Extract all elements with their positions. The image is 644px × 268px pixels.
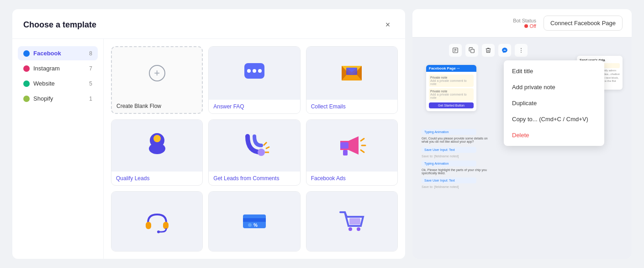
template-label-answer-faq: Answer FAQ xyxy=(209,100,300,113)
connect-facebook-button[interactable]: Connect Facebook Page xyxy=(544,16,623,31)
svg-point-30 xyxy=(248,223,252,227)
svg-rect-29 xyxy=(243,218,266,222)
discount-icon: % xyxy=(238,205,270,237)
sidebar-item-website[interactable]: Website 5 xyxy=(18,76,98,91)
sidebar-item-left: Facebook xyxy=(23,50,61,57)
svg-point-14 xyxy=(149,143,165,154)
context-menu-item-copy-to[interactable]: Copy to... (Cmd+C / Cmd+V) xyxy=(504,111,604,127)
svg-point-27 xyxy=(157,230,160,233)
template-card-blank[interactable]: +Create Blank Flow xyxy=(111,46,203,114)
sidebar-item-facebook[interactable]: Facebook 8 xyxy=(18,46,98,60)
sidebar-item-instagram[interactable]: Instagram 7 xyxy=(18,61,98,75)
bot-status: Bot Status Off xyxy=(513,18,536,29)
svg-line-17 xyxy=(266,147,269,149)
template-icon-area-qualify-leads xyxy=(111,120,202,172)
template-icon-area-template9 xyxy=(306,192,397,251)
close-button[interactable]: × xyxy=(381,18,394,31)
sidebar-item-left: Website xyxy=(23,80,55,87)
svg-rect-20 xyxy=(340,142,348,149)
svg-line-21 xyxy=(361,139,364,141)
sidebar-item-shopify[interactable]: Shopify 1 xyxy=(18,91,98,106)
template-label-collect-emails: Collect Emails xyxy=(306,100,397,113)
right-panel-content: Facebook Page ··· Private noteAdd a priv… xyxy=(412,38,632,259)
flow-text: Girl, Could you please provide some deta… xyxy=(422,137,495,143)
svg-point-3 xyxy=(258,69,262,73)
template-card-template7[interactable] xyxy=(111,191,203,252)
typing-animation-2: Typing Animation xyxy=(422,161,476,166)
modal-header: Choose a template × xyxy=(12,9,405,39)
flow-node-1: Facebook Page ··· Private noteAdd a priv… xyxy=(426,65,476,111)
templates-grid: +Create Blank Flow Answer FAQ Collect Em… xyxy=(104,39,405,259)
svg-line-23 xyxy=(361,150,364,152)
sidebar-item-label-instagram: Instagram xyxy=(33,65,60,72)
canvas-toolbar xyxy=(449,44,528,57)
template-label-leads-from-comments: Get Leads from Comments xyxy=(209,172,300,185)
magnet-icon xyxy=(238,129,270,161)
template-icon-area-template7 xyxy=(111,192,202,251)
sidebar-badge-website: 5 xyxy=(89,80,92,87)
template-card-answer-faq[interactable]: Answer FAQ xyxy=(208,46,300,114)
svg-rect-24 xyxy=(343,150,348,155)
sidebar-badge-facebook: 8 xyxy=(89,50,92,57)
bot-status-value: Off xyxy=(524,23,536,29)
flow-text-2: Ok, Please highlight the parts of your c… xyxy=(422,168,495,175)
context-menu-item-duplicate[interactable]: Duplicate xyxy=(504,95,604,111)
svg-point-1 xyxy=(247,69,251,73)
note-icon[interactable] xyxy=(449,44,462,57)
status-dot xyxy=(524,24,528,28)
template-sidebar: Facebook 8 Instagram 7 Website 5 Shopify… xyxy=(12,39,104,259)
template-card-facebook-ads[interactable]: Facebook Ads xyxy=(306,119,398,186)
svg-point-15 xyxy=(258,149,265,156)
template-icon-area-facebook-ads xyxy=(306,120,397,172)
template-card-collect-emails[interactable]: Collect Emails xyxy=(306,46,398,114)
bot-status-label: Bot Status xyxy=(513,18,536,23)
svg-point-41 xyxy=(521,50,522,51)
node-row: Private noteAdd a private comment to not… xyxy=(429,75,474,87)
copy-icon[interactable] xyxy=(465,44,478,57)
node-row-2: Private noteAdd a private comment to not… xyxy=(429,88,474,101)
template-card-template9[interactable] xyxy=(306,191,398,252)
sidebar-item-label-facebook: Facebook xyxy=(33,50,61,57)
get-started-button: Get Started Button xyxy=(429,102,474,108)
template-card-qualify-leads[interactable]: Qualify Leads xyxy=(111,119,203,186)
modal-title: Choose a template xyxy=(23,20,96,30)
template-card-leads-from-comments[interactable]: Get Leads from Comments xyxy=(208,119,300,186)
plus-icon: + xyxy=(149,65,165,81)
context-menu-item-edit-title[interactable]: Edit title xyxy=(504,63,604,79)
node-header: Facebook Page ··· xyxy=(426,65,476,72)
svg-line-16 xyxy=(264,142,267,145)
template-label-blank: Create Blank Flow xyxy=(112,99,202,113)
save-note-2: Save to: [fieldname noted] xyxy=(422,185,623,188)
svg-text:%: % xyxy=(253,223,258,228)
more-options-icon[interactable] xyxy=(515,44,528,57)
modal-body: Facebook 8 Instagram 7 Website 5 Shopify… xyxy=(12,39,405,259)
svg-point-42 xyxy=(521,52,522,53)
svg-point-13 xyxy=(153,135,161,142)
context-menu: Edit titleAdd private noteDuplicateCopy … xyxy=(504,60,604,146)
right-panel-header: Bot Status Off Connect Facebook Page xyxy=(412,9,632,38)
cart-icon xyxy=(336,205,368,237)
sidebar-badge-instagram: 7 xyxy=(89,65,92,72)
sidebar-item-label-website: Website xyxy=(33,80,55,87)
svg-rect-26 xyxy=(163,222,169,229)
save-input-2: Save User Input: Text xyxy=(422,177,476,183)
sidebar-item-label-shopify: Shopify xyxy=(33,95,53,102)
template-card-template8[interactable]: % xyxy=(208,191,300,252)
platform-dot-shopify xyxy=(23,96,30,102)
sidebar-item-left: Instagram xyxy=(23,65,60,72)
trash-icon[interactable] xyxy=(482,44,495,57)
svg-point-32 xyxy=(348,227,352,231)
megaphone-icon xyxy=(336,129,368,161)
messenger-icon[interactable] xyxy=(498,44,511,57)
context-menu-item-delete[interactable]: Delete xyxy=(504,127,604,143)
sidebar-badge-shopify: 1 xyxy=(89,96,92,102)
svg-rect-39 xyxy=(471,49,475,53)
template-icon-area-answer-faq xyxy=(209,47,300,100)
template-modal: Choose a template × Facebook 8 Instagram… xyxy=(12,9,405,259)
svg-point-33 xyxy=(357,227,360,231)
context-menu-item-add-private-note[interactable]: Add private note xyxy=(504,79,604,95)
template-icon-area-blank: + xyxy=(112,47,202,99)
right-panel: Bot Status Off Connect Facebook Page xyxy=(412,9,632,259)
svg-rect-34 xyxy=(349,218,360,225)
svg-point-40 xyxy=(521,48,522,49)
